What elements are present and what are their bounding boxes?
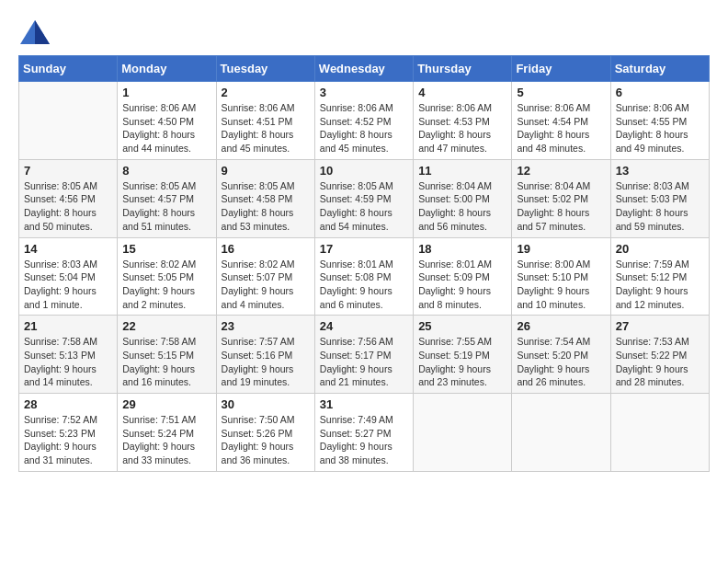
daylight-text: Daylight: 8 hours and 44 minutes. (122, 128, 210, 155)
calendar-cell: 26 Sunrise: 7:54 AM Sunset: 5:20 PM Dayl… (512, 316, 610, 394)
day-number: 4 (418, 86, 506, 99)
sunset-text: Sunset: 5:07 PM (222, 270, 310, 284)
sunrise-text: Sunrise: 8:01 AM (418, 258, 506, 271)
day-info: Sunrise: 7:55 AM Sunset: 5:19 PM Dayligh… (418, 335, 506, 389)
sunset-text: Sunset: 5:00 PM (418, 192, 506, 206)
daylight-text: Daylight: 9 hours and 14 minutes. (24, 362, 112, 389)
sunset-text: Sunset: 5:16 PM (222, 349, 310, 362)
daylight-text: Daylight: 8 hours and 48 minutes. (517, 128, 605, 155)
calendar-cell: 31 Sunrise: 7:49 AM Sunset: 5:27 PM Dayl… (314, 394, 413, 472)
calendar-cell: 17 Sunrise: 8:01 AM Sunset: 5:08 PM Dayl… (314, 237, 413, 316)
sunset-text: Sunset: 4:59 PM (320, 192, 408, 206)
calendar-cell: 28 Sunrise: 7:52 AM Sunset: 5:23 PM Dayl… (19, 394, 118, 472)
day-info: Sunrise: 8:03 AM Sunset: 5:04 PM Dayligh… (24, 258, 112, 312)
calendar-cell: 22 Sunrise: 7:58 AM Sunset: 5:15 PM Dayl… (118, 316, 216, 394)
sunrise-text: Sunrise: 7:58 AM (24, 335, 112, 349)
day-number: 16 (222, 242, 310, 256)
calendar-week-row: 21 Sunrise: 7:58 AM Sunset: 5:13 PM Dayl… (19, 316, 710, 394)
sunrise-text: Sunrise: 8:06 AM (517, 101, 605, 115)
calendar-cell: 15 Sunrise: 8:02 AM Sunset: 5:05 PM Dayl… (118, 237, 216, 316)
sunset-text: Sunset: 5:09 PM (418, 270, 506, 284)
calendar-cell (610, 394, 709, 472)
day-info: Sunrise: 8:04 AM Sunset: 5:02 PM Dayligh… (517, 179, 605, 234)
day-number: 5 (517, 86, 605, 99)
daylight-text: Daylight: 8 hours and 57 minutes. (517, 206, 605, 233)
daylight-text: Daylight: 8 hours and 53 minutes. (222, 206, 310, 233)
calendar-cell: 21 Sunrise: 7:58 AM Sunset: 5:13 PM Dayl… (19, 316, 118, 394)
day-info: Sunrise: 8:03 AM Sunset: 5:03 PM Dayligh… (616, 179, 704, 234)
day-info: Sunrise: 8:06 AM Sunset: 4:54 PM Dayligh… (517, 101, 605, 155)
sunset-text: Sunset: 5:15 PM (122, 349, 210, 362)
day-number: 3 (320, 86, 408, 99)
daylight-text: Daylight: 8 hours and 59 minutes. (616, 206, 704, 233)
calendar-cell: 4 Sunrise: 8:06 AM Sunset: 4:53 PM Dayli… (414, 82, 512, 160)
sunset-text: Sunset: 5:22 PM (616, 349, 704, 362)
daylight-text: Daylight: 9 hours and 1 minute. (24, 284, 112, 311)
calendar-cell: 23 Sunrise: 7:57 AM Sunset: 5:16 PM Dayl… (216, 316, 314, 394)
calendar-cell: 18 Sunrise: 8:01 AM Sunset: 5:09 PM Dayl… (414, 237, 512, 316)
day-number: 30 (222, 397, 310, 411)
daylight-text: Daylight: 9 hours and 31 minutes. (24, 440, 112, 466)
day-number: 27 (616, 319, 704, 333)
day-info: Sunrise: 7:59 AM Sunset: 5:12 PM Dayligh… (616, 258, 704, 312)
sunset-text: Sunset: 4:55 PM (616, 115, 704, 129)
calendar-cell: 24 Sunrise: 7:56 AM Sunset: 5:17 PM Dayl… (314, 316, 413, 394)
calendar-cell: 19 Sunrise: 8:00 AM Sunset: 5:10 PM Dayl… (512, 237, 610, 316)
sunset-text: Sunset: 5:20 PM (517, 349, 605, 362)
calendar-cell: 16 Sunrise: 8:02 AM Sunset: 5:07 PM Dayl… (216, 237, 314, 316)
sunrise-text: Sunrise: 8:05 AM (222, 179, 310, 193)
daylight-text: Daylight: 9 hours and 2 minutes. (122, 284, 210, 311)
sunrise-text: Sunrise: 7:59 AM (616, 258, 704, 271)
sunrise-text: Sunrise: 8:04 AM (418, 179, 506, 193)
day-info: Sunrise: 7:57 AM Sunset: 5:16 PM Dayligh… (222, 335, 310, 389)
calendar-cell: 2 Sunrise: 8:06 AM Sunset: 4:51 PM Dayli… (216, 82, 314, 160)
day-info: Sunrise: 7:51 AM Sunset: 5:24 PM Dayligh… (122, 413, 210, 467)
day-number: 19 (517, 242, 605, 256)
daylight-text: Daylight: 8 hours and 50 minutes. (24, 206, 112, 233)
calendar-cell: 8 Sunrise: 8:05 AM Sunset: 4:57 PM Dayli… (118, 159, 216, 237)
daylight-text: Daylight: 9 hours and 8 minutes. (418, 284, 506, 311)
sunrise-text: Sunrise: 8:05 AM (122, 179, 210, 193)
sunset-text: Sunset: 5:19 PM (418, 349, 506, 362)
daylight-text: Daylight: 9 hours and 4 minutes. (222, 284, 310, 311)
sunrise-text: Sunrise: 8:05 AM (24, 179, 112, 193)
daylight-text: Daylight: 9 hours and 26 minutes. (517, 362, 605, 389)
sunset-text: Sunset: 5:26 PM (222, 427, 310, 441)
logo-icon (18, 18, 51, 46)
day-number: 6 (616, 86, 704, 99)
calendar-cell: 13 Sunrise: 8:03 AM Sunset: 5:03 PM Dayl… (610, 159, 709, 237)
sunrise-text: Sunrise: 8:06 AM (122, 101, 210, 115)
calendar-cell: 11 Sunrise: 8:04 AM Sunset: 5:00 PM Dayl… (414, 159, 512, 237)
day-info: Sunrise: 8:06 AM Sunset: 4:53 PM Dayligh… (418, 101, 506, 155)
sunrise-text: Sunrise: 8:04 AM (517, 179, 605, 193)
day-info: Sunrise: 8:01 AM Sunset: 5:08 PM Dayligh… (320, 258, 408, 312)
day-info: Sunrise: 8:06 AM Sunset: 4:52 PM Dayligh… (320, 101, 408, 155)
sunrise-text: Sunrise: 7:50 AM (222, 413, 310, 427)
sunset-text: Sunset: 4:58 PM (222, 192, 310, 206)
sunset-text: Sunset: 4:57 PM (122, 192, 210, 206)
calendar-cell: 9 Sunrise: 8:05 AM Sunset: 4:58 PM Dayli… (216, 159, 314, 237)
daylight-text: Daylight: 9 hours and 38 minutes. (320, 440, 408, 466)
sunrise-text: Sunrise: 8:00 AM (517, 258, 605, 271)
day-info: Sunrise: 7:52 AM Sunset: 5:23 PM Dayligh… (24, 413, 112, 467)
day-info: Sunrise: 8:05 AM Sunset: 4:57 PM Dayligh… (122, 179, 210, 234)
sunrise-text: Sunrise: 8:03 AM (616, 179, 704, 193)
day-number: 21 (24, 319, 112, 333)
day-info: Sunrise: 8:04 AM Sunset: 5:00 PM Dayligh… (418, 179, 506, 234)
sunset-text: Sunset: 4:50 PM (122, 115, 210, 129)
sunset-text: Sunset: 5:08 PM (320, 270, 408, 284)
svg-marker-1 (35, 20, 50, 44)
sunset-text: Sunset: 5:13 PM (24, 349, 112, 362)
sunrise-text: Sunrise: 8:03 AM (24, 258, 112, 271)
weekday-header-tuesday: Tuesday (216, 56, 314, 82)
calendar-cell: 14 Sunrise: 8:03 AM Sunset: 5:04 PM Dayl… (19, 237, 118, 316)
sunrise-text: Sunrise: 7:54 AM (517, 335, 605, 349)
daylight-text: Daylight: 8 hours and 45 minutes. (320, 128, 408, 155)
daylight-text: Daylight: 9 hours and 19 minutes. (222, 362, 310, 389)
sunset-text: Sunset: 5:05 PM (122, 270, 210, 284)
calendar-week-row: 28 Sunrise: 7:52 AM Sunset: 5:23 PM Dayl… (19, 394, 710, 472)
daylight-text: Daylight: 8 hours and 51 minutes. (122, 206, 210, 233)
day-number: 29 (122, 397, 210, 411)
day-number: 18 (418, 242, 506, 256)
daylight-text: Daylight: 8 hours and 45 minutes. (222, 128, 310, 155)
